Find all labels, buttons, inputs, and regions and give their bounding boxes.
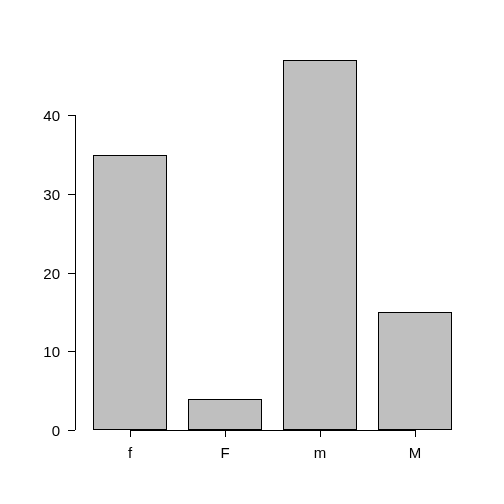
y-label-0: 0: [30, 422, 60, 439]
bar-f: [93, 155, 167, 431]
bar-F-upper: [188, 399, 262, 431]
bar-m: [283, 60, 357, 430]
y-tick-20: [68, 273, 75, 274]
x-tick-F-upper: [225, 430, 226, 437]
x-tick-f: [130, 430, 131, 437]
y-tick-10: [68, 351, 75, 352]
x-tick-m: [320, 430, 321, 437]
x-axis: [130, 430, 415, 431]
bar-M-upper: [378, 312, 452, 430]
y-label-30: 30: [30, 185, 60, 202]
y-tick-0: [68, 430, 75, 431]
bar-chart: 0 10 20 30 40 f F m M: [0, 0, 504, 504]
x-label-M-upper: M: [409, 444, 422, 461]
y-tick-30: [68, 194, 75, 195]
y-label-10: 10: [30, 343, 60, 360]
y-label-20: 20: [30, 264, 60, 281]
plot-area: [75, 60, 470, 430]
x-label-f: f: [128, 444, 132, 461]
y-tick-40: [68, 115, 75, 116]
y-label-40: 40: [30, 107, 60, 124]
y-axis: [75, 115, 76, 430]
x-label-F-upper: F: [220, 444, 229, 461]
x-tick-M-upper: [415, 430, 416, 437]
x-label-m: m: [314, 444, 327, 461]
